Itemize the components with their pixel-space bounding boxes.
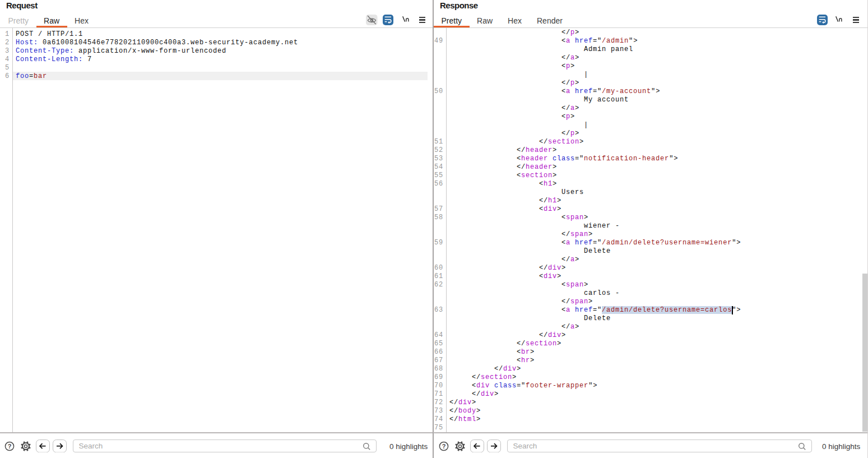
svg-text:?: ? — [8, 443, 12, 450]
svg-text:?: ? — [442, 443, 446, 450]
